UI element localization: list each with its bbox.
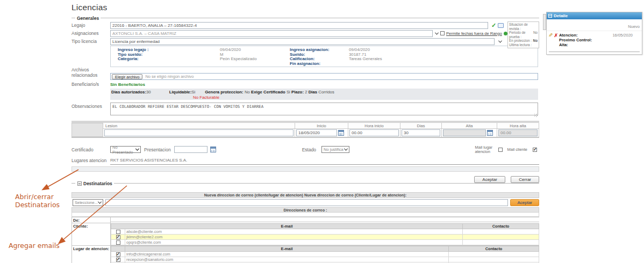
cliente-email-row: opqrs@cliente.com (111, 240, 539, 245)
delete-x-icon[interactable]: ✗ (554, 33, 558, 47)
no-facturable-text: No Facturable (111, 95, 538, 100)
presentacion-calendar-icon[interactable] (210, 147, 216, 152)
valid-check-icon: ✓ (491, 23, 496, 28)
proximo-control-label: Proximo Control: (559, 38, 592, 42)
lugares-atencion-value[interactable]: RKT SERVICIOS ASISTENCIALES S.A. (110, 158, 539, 165)
estado-select[interactable]: No justifica (321, 146, 349, 153)
lugar-email-checkbox[interactable] (116, 258, 120, 262)
lugar-contacto-col-header: Contacto (449, 246, 539, 252)
cliente-contacto-col-header: Contacto (463, 224, 539, 229)
destinatario-tipo-select[interactable]: Seleccione... (73, 199, 103, 206)
plazo-unit: Dias (309, 90, 317, 94)
col-lesion-header: Lesion (103, 123, 295, 129)
mail-cliente-checkbox[interactable] (533, 148, 537, 152)
cliente-email-checkbox[interactable] (116, 230, 120, 234)
beneficiarios-label: Beneficiario/s (71, 82, 110, 87)
cliente-email-checkbox[interactable] (116, 235, 120, 239)
exige-certificado-value: Si (287, 90, 290, 94)
tipo-licencia-label: Tipo licencia (71, 39, 110, 44)
destinatarios-toggle-icon[interactable] (77, 181, 82, 186)
asignaciones-input[interactable] (110, 30, 433, 37)
atencion-label: Atencion: (559, 33, 578, 38)
col-dias-header: Dias (400, 123, 441, 129)
licencias-form: Licencias Generales Situacion de revista… (71, 0, 539, 263)
en-proteccion-value: No (533, 39, 538, 43)
empty-row (71, 213, 539, 217)
legajo-info-box: Ingreso legajo : 09/04/2020 Tipo sueldo:… (110, 46, 538, 67)
col-inicio-header: Inicio (295, 123, 348, 129)
en-proteccion-label: En proteccion : (509, 39, 532, 43)
col-alta-header: Alta (442, 123, 497, 129)
tipo-licencia-chevron-down-icon[interactable] (496, 38, 504, 45)
cliente-label: Cliente: (72, 223, 111, 246)
plazo-mode: Corridos (318, 90, 334, 94)
archivo-status-text: No se eligió ningún archivo (145, 74, 194, 79)
certificado-label: Certificado (71, 147, 110, 152)
detalle-collapse-handle[interactable] (543, 14, 546, 30)
cliente-email-checkbox[interactable] (116, 240, 120, 245)
genera-proteccion-value: No (245, 90, 250, 94)
annotation-agregar-emails: Agregar emails (9, 242, 60, 250)
agregar-email-aceptar-button[interactable]: Aceptar (510, 199, 539, 206)
cliente-contacto-cell (463, 229, 539, 235)
inicio-calendar-icon[interactable] (338, 130, 344, 136)
permite-fechas-link[interactable]: Permite fechas fuera de Rango (446, 31, 502, 36)
lugares-atencion-label: Lugares atencion (71, 158, 110, 163)
asignaciones-label: Asignaciones (71, 31, 110, 36)
lugar-email-checkbox[interactable] (116, 252, 120, 257)
inicio-input[interactable] (296, 129, 337, 136)
tipo-licencia-input[interactable] (110, 38, 495, 45)
lugar-de-atencion-label: Lugar de atencion: (72, 246, 111, 263)
detalle-panel-title: Detalle (554, 13, 568, 18)
detalle-panel: Detalle Nuevo ✎ ✗ Atencion: 16/05/2020 P… (546, 12, 642, 55)
fin-asignacion-label: Fin asignacion: (290, 62, 349, 67)
footer-strip (71, 166, 539, 172)
lesion-table-stub-cell (71, 123, 103, 137)
de-value-cell (111, 217, 539, 222)
col-hora-inicio-header: Hora inicio (348, 123, 400, 129)
dias-input[interactable] (402, 129, 440, 136)
lugar-email-row: recepcion@sanatorio.com (111, 257, 539, 262)
lugar-email-table: E-mail Contacto info@clinicageneral.com … (111, 246, 539, 263)
elegir-archivo-button[interactable]: Elegir archivo (112, 74, 142, 79)
categoria-label: Categoria: (118, 57, 220, 62)
plazo-value: 2 (305, 90, 307, 94)
cliente-email-row: jklmn@cliente2.com (111, 235, 539, 240)
exige-certificado-label: Exige Certificado (251, 90, 285, 94)
nueva-direccion-input[interactable] (105, 199, 508, 206)
licencia-resumen-bar: Dias autorizados:30Liquidable:SiGenera p… (110, 89, 538, 100)
observaciones-textarea[interactable]: EL COLABORADOR REFIERE ESTAR DESCOMPUEST… (110, 103, 538, 115)
presentacion-input[interactable] (174, 146, 207, 153)
document-icon[interactable] (498, 23, 504, 28)
certificado-select[interactable]: No Presentado (110, 146, 141, 153)
nuevo-link[interactable]: Nuevo (628, 24, 640, 29)
lugar-contacto-cell (449, 252, 539, 257)
edit-pencil-icon[interactable]: ✎ (548, 33, 553, 47)
hora-alta-input (498, 129, 538, 136)
asignaciones-chevron-down-icon[interactable] (433, 30, 440, 37)
cliente-contacto-cell (463, 235, 539, 240)
genera-proteccion-label: Genera proteccion: (205, 90, 244, 94)
lugar-email-col-header: E-mail (125, 246, 449, 252)
presentacion-label: Presentacion (144, 147, 171, 152)
mail-lugar-checkbox[interactable] (498, 148, 503, 152)
status-green-dot-icon (504, 32, 507, 35)
detalle-header-icon (548, 14, 552, 18)
hora-inicio-input[interactable] (349, 129, 399, 136)
mail-cliente-label: Mail cliente (507, 148, 527, 152)
lugar-email-row: info@clinicageneral.com (111, 252, 539, 257)
destinatarios-section: Destinatarios Nueva direccion de correo … (71, 181, 539, 263)
resize-handle-icon[interactable] (534, 114, 538, 117)
dias-autorizados-value: 30 (146, 90, 151, 94)
annotation-abrir-cerrar: Abrir/cerrar Destinatarios (15, 193, 60, 209)
estado-label: Estado (302, 147, 316, 152)
lesion-input[interactable] (104, 129, 294, 136)
ingreso-legajo-value: 09/04/2020 (220, 48, 290, 53)
cliente-email-text: abcde@cliente.com (125, 229, 463, 235)
legajo-input[interactable] (110, 22, 488, 29)
alta-calendar-icon[interactable] (487, 130, 493, 136)
archivos-file-control: Elegir archivo No se eligió ningún archi… (110, 73, 538, 80)
cliente-email-table: E-mail Contacto abcde@cliente.com jklmn@… (111, 223, 539, 245)
permite-fechas-checkbox[interactable] (440, 31, 445, 35)
situacion-de-revista-box: Situacion de revista : Periodo de prueba… (507, 21, 539, 48)
